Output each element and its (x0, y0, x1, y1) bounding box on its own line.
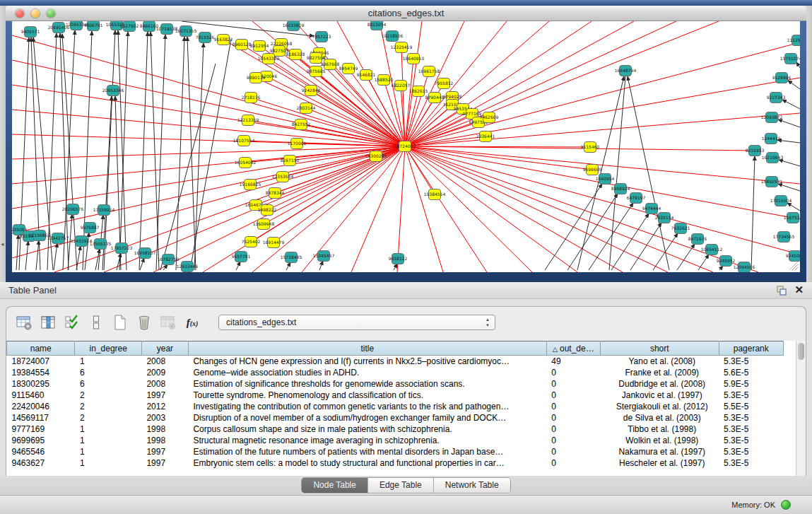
cell-year[interactable]: 1997 (141, 457, 188, 469)
cell-pagerank[interactable]: 5.3E-5 (719, 412, 783, 424)
network-node[interactable]: 18107554 (233, 136, 255, 146)
network-node[interactable]: 20953346 (102, 86, 124, 96)
close-icon[interactable]: ✕ (794, 284, 804, 296)
network-node[interactable]: 8878344 (266, 188, 285, 199)
network-node[interactable]: 15345457 (313, 251, 335, 262)
cell-title[interactable]: Genome–wide association studies in ADHD. (188, 367, 546, 378)
network-node[interactable]: 12213369 (237, 115, 259, 126)
cell-in_degree[interactable]: 1 (75, 435, 141, 446)
table-row[interactable]: 969969511998Structural magnetic resonanc… (7, 435, 784, 446)
network-node[interactable]: 9146821 (357, 70, 376, 81)
network-node[interactable]: 9129996 (772, 73, 792, 83)
cell-name[interactable]: 19384554 (7, 367, 75, 378)
network-node[interactable]: 16033809 (283, 21, 305, 31)
column-header-title[interactable]: title (188, 341, 546, 356)
network-node[interactable]: 1244419 (762, 134, 781, 144)
network-table-selector[interactable]: citations_edges.txt▲▼ (218, 315, 495, 330)
cell-in_degree[interactable]: 1 (75, 424, 141, 435)
network-node[interactable]: 17016504 (770, 196, 792, 206)
cell-year[interactable]: 2008 (141, 356, 188, 367)
network-node[interactable]: 15751074 (780, 54, 800, 64)
select-rows-button[interactable] (61, 312, 83, 333)
cell-title[interactable]: Corpus callosum shape and size in male p… (188, 424, 546, 435)
network-node[interactable]: 8912954 (250, 41, 269, 52)
network-node[interactable]: 7932621 (671, 223, 690, 234)
cell-pagerank[interactable]: 5.3E-5 (719, 435, 783, 446)
cell-short[interactable]: Wolkin et al. (1998) (600, 435, 719, 446)
network-node[interactable]: 16071355 (175, 26, 197, 37)
cell-year[interactable]: 2009 (141, 367, 188, 378)
cell-pagerank[interactable]: 5.3E-5 (719, 457, 783, 469)
network-node[interactable]: 12353554 (272, 172, 294, 182)
network-node[interactable]: 15718485 (281, 252, 302, 263)
cell-pagerank[interactable]: 5.3E-5 (719, 390, 783, 401)
network-node[interactable]: 12325419 (391, 42, 413, 53)
cell-year[interactable]: 1997 (141, 390, 188, 401)
tab-node-table[interactable]: Node Table (302, 478, 368, 493)
cell-year[interactable]: 1997 (141, 446, 188, 457)
table-row[interactable]: 1872400712008Changes of HCN gene express… (7, 356, 784, 367)
network-node[interactable]: 16648794 (615, 66, 637, 76)
cell-name[interactable]: 18724007 (7, 356, 75, 367)
column-header-out_degree[interactable]: △out_de… (546, 341, 600, 356)
cell-in_degree[interactable]: 1 (75, 457, 141, 469)
network-node[interactable]: 18640910 (403, 54, 425, 64)
cell-out_degree[interactable]: 0 (546, 457, 600, 469)
table-row[interactable]: 911546021997Tourette syndrome. Phenomeno… (7, 390, 784, 401)
cell-in_degree[interactable]: 1 (75, 356, 141, 367)
cell-in_degree[interactable]: 6 (75, 367, 141, 378)
panel-collapse-arrow-icon[interactable]: ◂ (1, 240, 4, 247)
cell-in_degree[interactable]: 2 (75, 401, 141, 412)
network-node[interactable]: 8960128 (233, 40, 252, 50)
network-node[interactable]: 16210643 (762, 153, 784, 163)
cell-out_degree[interactable]: 0 (546, 367, 600, 378)
cell-year[interactable]: 2012 (141, 401, 188, 412)
network-node[interactable]: 12094566 (734, 262, 755, 273)
cell-title[interactable]: Changes of HCN gene expression and I(f) … (188, 356, 546, 367)
cell-short[interactable]: Yano et al. (2008) (600, 356, 719, 367)
network-node[interactable]: 17359924 (93, 205, 115, 216)
create-table-button[interactable] (110, 312, 131, 333)
cell-name[interactable]: 9465546 (7, 446, 75, 457)
cell-out_degree[interactable]: 0 (546, 378, 600, 390)
cell-pagerank[interactable]: 5.3E-5 (719, 424, 783, 435)
cell-title[interactable]: Investigating the contribution of common… (188, 401, 546, 412)
network-node[interactable]: 7955812 (435, 78, 454, 89)
table-row[interactable]: 946554611997Estimation of the future num… (7, 446, 784, 457)
cell-short[interactable]: Jankovic et al. (1997) (600, 390, 719, 401)
column-selector-button[interactable] (37, 312, 59, 333)
cell-short[interactable]: Franke et al. (2009) (600, 367, 719, 378)
network-node[interactable]: 11609948 (253, 219, 275, 230)
cell-short[interactable]: de Silva et al. (2003) (600, 412, 719, 424)
cell-out_degree[interactable]: 0 (546, 390, 600, 401)
network-node[interactable]: 9806791 (84, 21, 103, 31)
network-node[interactable]: 15892971 (761, 177, 783, 187)
network-window-titlebar[interactable]: citations_edges.txt (6, 6, 806, 21)
network-node[interactable]: 7815526 (196, 33, 215, 43)
tab-network-table[interactable]: Network Table (434, 478, 510, 493)
network-node[interactable]: 12093872 (761, 112, 783, 123)
network-node[interactable]: 1170061 (288, 139, 307, 149)
cell-year[interactable]: 1998 (141, 424, 188, 435)
cell-year[interactable]: 2003 (141, 412, 188, 424)
table-row[interactable]: 977716911998Corpus callosum shape and si… (7, 424, 784, 435)
cell-in_degree[interactable]: 2 (75, 412, 141, 424)
cell-title[interactable]: Disruption of a novel member of a sodium… (188, 412, 546, 424)
network-node[interactable]: 2935114 (655, 213, 674, 223)
table-vertical-scrollbar[interactable] (796, 341, 806, 476)
network-node[interactable]: 7857223 (312, 32, 331, 42)
cell-pagerank[interactable]: 5.3E-5 (719, 356, 783, 367)
stacked-rows-button[interactable] (86, 312, 107, 333)
cell-in_degree[interactable]: 1 (75, 446, 141, 457)
cell-name[interactable]: 9699695 (7, 435, 75, 446)
cell-name[interactable]: 9115460 (7, 390, 75, 401)
network-node[interactable]: 8471676 (688, 234, 707, 245)
network-node[interactable]: 2803144 (297, 103, 316, 114)
network-node[interactable]: 1527602 (120, 21, 139, 32)
float-panel-icon[interactable] (777, 286, 787, 296)
network-node[interactable]: 9658122 (389, 254, 408, 264)
network-node[interactable]: 11125491 (787, 35, 800, 46)
network-node[interactable]: 9115460 (581, 142, 600, 153)
cell-title[interactable]: Structural magnetic resonance image aver… (188, 435, 546, 446)
network-node[interactable]: 16054082 (235, 158, 257, 168)
